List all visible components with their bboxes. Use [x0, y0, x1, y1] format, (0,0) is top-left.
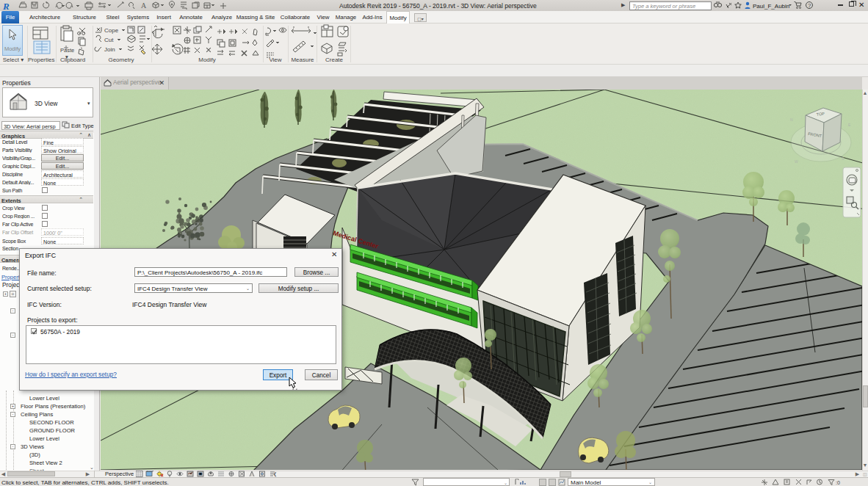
- svg-text:Join: Join: [104, 46, 115, 53]
- svg-text:Cut: Cut: [104, 37, 114, 43]
- svg-text:A: A: [141, 1, 147, 10]
- svg-text:Cope: Cope: [104, 27, 119, 34]
- svg-text:N: N: [790, 117, 793, 122]
- svg-text:?: ?: [808, 2, 811, 9]
- svg-text:Paul_F_Aubin: Paul_F_Aubin: [753, 3, 789, 10]
- svg-text:W: W: [795, 159, 798, 164]
- svg-text::0: :0: [836, 480, 840, 485]
